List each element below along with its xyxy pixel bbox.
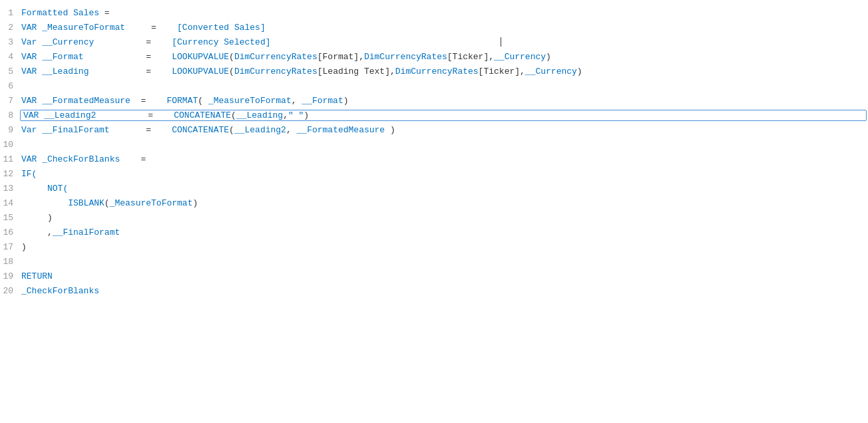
line-content: _CheckForBlanks [19,286,868,296]
line-number: 11 [0,154,19,164]
token-kw-var: Var [21,37,42,47]
code-line: 2VAR _MeasureToFormat = [Converted Sales… [0,20,868,35]
code-line: 12IF( [0,166,868,181]
token-var-name: __Format [302,96,343,106]
token-var-name: __Currency [525,67,577,76]
token-plain: , [286,125,297,135]
token-kw-var: VAR [21,67,42,76]
token-plain: ( [229,67,234,76]
token-plain: ], [385,67,395,76]
line-content: Formatted Sales = [19,8,868,18]
code-line: 1Formatted Sales = [0,5,868,20]
token-var-name: __FinalForamt [42,125,109,135]
token-plain: ) [21,213,53,223]
token-var-name: DimCurrencyRates [364,52,447,62]
token-string: " " [288,110,304,120]
token-var-name: __FinalForamt [53,227,120,237]
line-content: VAR __Format = LOOKUPVALUE(DimCurrencyRa… [19,52,868,62]
line-content: VAR _MeasureToFormat = [Converted Sales] [19,23,868,33]
code-line: 15 ) [0,210,868,225]
line-content: ,__FinalForamt [19,227,868,237]
code-line: 17) [0,239,868,254]
line-content: NOT( [19,184,868,194]
line-number: 12 [0,169,19,179]
line-number: 20 [0,286,19,296]
token-plain [271,37,499,47]
code-line: 3Var __Currency = [Currency Selected] [0,35,868,49]
line-number: 6 [0,81,19,91]
token-var-name: DimCurrencyRates [395,67,479,76]
token-kw-func: IF( [21,169,37,179]
line-content: ) [19,213,868,223]
token-plain: ( [105,198,110,208]
token-var-name: __Currency [494,52,546,62]
token-kw-func: FORMAT [166,96,198,106]
token-plain: = [96,110,174,120]
code-line: 9Var __FinalForamt = CONCATENATE(__Leadi… [0,122,868,137]
code-line: 18 [0,254,868,269]
token-kw-var: RETURN [21,271,53,281]
token-plain [21,184,47,194]
token-plain: Ticker [453,52,484,62]
token-var-name: __Leading2 [44,110,96,120]
line-content: VAR _CheckForBlanks = [19,154,868,164]
token-kw-var: Var [21,125,42,135]
token-plain: ) [577,67,582,76]
token-plain: , [292,96,302,106]
token-plain: ( [231,110,236,120]
token-plain: = [125,23,177,33]
token-var-name: _MeasureToFormat [110,198,193,208]
token-kw-func: NOT( [47,184,68,194]
code-line: 5VAR __Leading = LOOKUPVALUE(DimCurrency… [0,64,868,78]
text-cursor [501,37,501,47]
line-content: ) [19,242,868,252]
line-number: 14 [0,198,19,208]
token-plain: Leading Text [323,67,385,76]
token-var-name: _MeasureToFormat [42,23,125,33]
line-number: 15 [0,213,19,223]
line-number: 1 [0,8,19,18]
token-kw-func: LOOKUPVALUE [172,52,229,62]
token-var-name: _CheckForBlanks [42,154,120,164]
token-kw-var: VAR [21,23,42,33]
token-plain: = [94,37,172,47]
token-var-name: __Currency [42,37,94,47]
line-number: 16 [0,227,19,237]
line-content: ISBLANK(_MeasureToFormat) [19,198,868,208]
token-kw-func: CONCATENATE [172,125,229,135]
token-plain: ( [229,125,234,135]
token-plain: ) [546,52,551,62]
token-var-name: __FormatedMeasure [297,125,385,135]
line-content: IF( [19,169,868,179]
token-plain: = [99,8,110,18]
line-number: 9 [0,125,19,135]
token-kw-func: CONCATENATE [174,110,231,120]
token-plain: , [283,110,288,120]
token-kw-var: VAR [21,96,42,106]
token-bracket-ref: [Currency Selected] [172,37,270,47]
line-number: 2 [0,23,19,33]
token-plain: ], [353,52,364,62]
line-content: VAR __FormatedMeasure = FORMAT( _Measure… [19,96,868,106]
token-plain: ], [515,67,525,76]
token-var-name: DimCurrencyRates [234,52,318,62]
token-plain: ( [229,52,234,62]
line-number: 7 [0,96,19,106]
line-content: Var __Currency = [Currency Selected] [19,37,868,47]
token-var-name: __Leading [236,110,283,120]
token-kw-func: ISBLANK [68,198,105,208]
token-var-name: __Leading2 [234,125,286,135]
code-line: 11VAR _CheckForBlanks = [0,152,868,166]
line-number: 5 [0,67,19,76]
token-plain: ) [385,125,395,135]
token-plain: ], [483,52,494,62]
token-plain: ) [343,96,349,106]
line-number: 13 [0,184,19,194]
token-plain: = [110,125,172,135]
token-var-name: __Format [42,52,83,62]
code-line: 8VAR __Leading2 = CONCATENATE(__Leading,… [0,108,868,122]
line-content: Var __FinalForamt = CONCATENATE(__Leadin… [19,125,868,135]
code-line: 16 ,__FinalForamt [0,225,868,239]
line-number: 10 [0,140,19,150]
code-line: 7VAR __FormatedMeasure = FORMAT( _Measur… [0,93,868,108]
